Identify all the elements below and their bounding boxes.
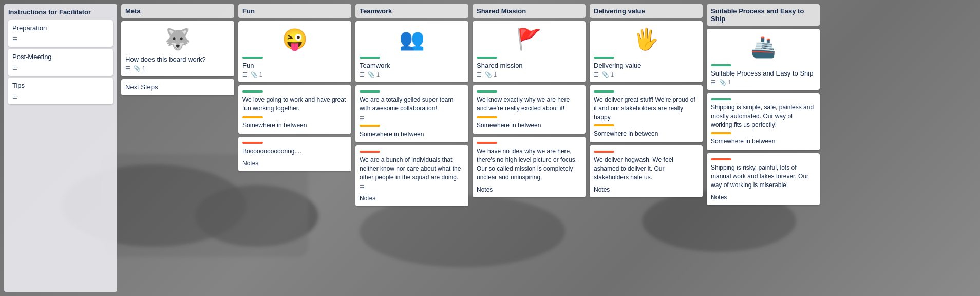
lines-icon: ☰	[12, 36, 109, 43]
card-teamwork-great[interactable]: We are a totally gelled super-team with …	[355, 85, 468, 142]
green-bar-fun2	[242, 90, 263, 92]
dv-title: Delivering value	[594, 62, 699, 69]
card-dv-great[interactable]: We deliver great stuff! We're proud of i…	[590, 85, 703, 142]
sidebar-item-post-meeting[interactable]: Post-Meeting ☰	[8, 49, 113, 76]
card-fun-great[interactable]: We love going to work and have great fun…	[238, 85, 351, 134]
green-bar-fun	[242, 57, 263, 59]
fun-label: Somewhere in between	[242, 121, 347, 130]
column-fun: Fun 😜 Fun ☰ 📎 1 We love going to work an…	[238, 4, 351, 292]
sp-emoji: 🚢	[711, 33, 816, 61]
fun-emoji: 😜	[242, 25, 347, 53]
tw-icon: ☰	[360, 115, 464, 122]
dog-emoji: 🐺	[125, 25, 230, 53]
fun-card-meta: ☰ 📎 1	[242, 71, 347, 78]
menu-icon-tw: ☰	[360, 71, 365, 78]
card-teamwork-top[interactable]: 👥 Teamwork ☰ 📎 1	[355, 21, 468, 82]
sidebar-item-preparation[interactable]: Preparation ☰	[8, 20, 113, 47]
red-bar-tw	[360, 151, 380, 153]
menu-icon: ☰	[125, 65, 130, 72]
sm-meta: ☰ 📎 1	[477, 71, 581, 78]
card-dv-top[interactable]: 🖐️ Delivering value ☰ 📎 1	[590, 21, 703, 82]
menu-icon-fun: ☰	[242, 71, 248, 78]
tw-icon2: ☰	[360, 184, 464, 191]
sp-title: Suitable Process and Easy to Ship	[711, 69, 816, 77]
menu-icon-tw3: ☰	[360, 184, 365, 191]
card-sp-top[interactable]: 🚢 Suitable Process and Easy to Ship ☰ 📎 …	[707, 29, 820, 90]
column-header-sm: Shared Mission	[473, 4, 586, 18]
attachment-icon: 📎 1	[134, 65, 145, 72]
green-bar-sm	[477, 57, 497, 59]
menu-icon-sm: ☰	[477, 71, 482, 78]
next-steps-title: Next Steps	[125, 83, 230, 91]
card-teamwork-bad[interactable]: We are a bunch of individuals that neith…	[355, 145, 468, 206]
column-header-fun: Fun	[238, 4, 351, 18]
yellow-bar-sp	[711, 132, 731, 134]
yellow-bar-dv	[594, 124, 614, 126]
sp-bad-text: Shipping is risky, painful, lots of manu…	[711, 163, 816, 189]
tw-great-text: We are a totally gelled super-team with …	[360, 96, 464, 113]
column-header-dv: Delivering value	[590, 4, 703, 18]
card-sm-bad[interactable]: We have no idea why we are here, there's…	[473, 137, 586, 197]
card-meta-how[interactable]: 🐺 How does this board work? ☰ 📎 1	[121, 21, 234, 76]
red-bar-sp	[711, 158, 731, 160]
column-meta: Meta 🐺 How does this board work? ☰ 📎 1 N…	[121, 4, 234, 292]
dv-label: Somewhere in between	[594, 130, 699, 138]
teamwork-meta: ☰ 📎 1	[360, 71, 464, 78]
attach-icon-fun: 📎 1	[251, 71, 262, 78]
column-header-sp: Suitable Process and Easy to Ship	[707, 4, 820, 26]
column-dv: Delivering value 🖐️ Delivering value ☰ 📎…	[590, 4, 703, 292]
sidebar-instructions: Instructions for Facilitator Preparation…	[4, 4, 117, 292]
dv-emoji: 🖐️	[594, 25, 699, 53]
green-bar-dv2	[594, 90, 614, 92]
card-dv-bad[interactable]: We deliver hogwash. We feel ashamed to d…	[590, 145, 703, 197]
dv-bad-text: We deliver hogwash. We feel ashamed to d…	[594, 156, 699, 181]
sp-label: Somewhere in between	[711, 137, 816, 146]
fun-notes: Notes	[242, 160, 347, 167]
sm-emoji: 🚩	[477, 25, 581, 53]
card-next-steps[interactable]: Next Steps	[121, 79, 234, 95]
attach-icon-sp: 📎 1	[719, 79, 731, 86]
sm-great-text: We know exactly why we are here and we'r…	[477, 96, 581, 113]
menu-icon-dv: ☰	[594, 71, 599, 78]
dv-great-text: We deliver great stuff! We're proud of i…	[594, 96, 699, 121]
sm-label: Somewhere in between	[477, 121, 581, 130]
yellow-bar-sm	[477, 116, 497, 118]
sp-meta: ☰ 📎 1	[711, 79, 816, 86]
red-bar-dv	[594, 151, 614, 153]
card-fun-top[interactable]: 😜 Fun ☰ 📎 1	[238, 21, 351, 82]
fun-great-text: We love going to work and have great fun…	[242, 96, 347, 113]
tw-label: Somewhere in between	[360, 130, 464, 139]
attach-icon-dv: 📎 1	[602, 71, 614, 78]
menu-icon-sp: ☰	[711, 79, 716, 86]
sidebar-item-tips[interactable]: Tips ☰	[8, 78, 113, 104]
green-bar-teamwork	[360, 57, 380, 59]
card-sm-top[interactable]: 🚩 Shared mission ☰ 📎 1	[473, 21, 586, 82]
sp-great-text: Shipping is simple, safe, painless and m…	[711, 103, 816, 129]
sp-notes: Notes	[711, 194, 816, 201]
yellow-bar-fun	[242, 116, 263, 118]
red-bar-fun	[242, 142, 263, 144]
green-bar-sp	[711, 64, 731, 66]
dv-meta: ☰ 📎 1	[594, 71, 699, 78]
column-shared-mission: Shared Mission 🚩 Shared mission ☰ 📎 1 We…	[473, 4, 586, 292]
sm-title: Shared mission	[477, 62, 581, 69]
card-sm-great[interactable]: We know exactly why we are here and we'r…	[473, 85, 586, 134]
sidebar-header: Instructions for Facilitator	[8, 8, 113, 16]
attach-icon-sm: 📎 1	[485, 71, 497, 78]
yellow-bar-tw	[360, 125, 380, 127]
teamwork-emoji: 👥	[360, 25, 464, 53]
sm-bad-text: We have no idea why we are here, there's…	[477, 147, 581, 181]
tw-notes: Notes	[360, 195, 464, 202]
attach-icon-tw: 📎 1	[368, 71, 380, 78]
column-header-teamwork: Teamwork	[355, 4, 468, 18]
green-bar-tw2	[360, 90, 380, 92]
card-sp-bad[interactable]: Shipping is risky, painful, lots of manu…	[707, 153, 820, 205]
card-sp-great[interactable]: Shipping is simple, safe, painless and m…	[707, 93, 820, 150]
board: Instructions for Facilitator Preparation…	[0, 0, 980, 296]
dv-notes: Notes	[594, 186, 699, 193]
green-bar-sm2	[477, 90, 497, 92]
lines-icon-2: ☰	[12, 65, 109, 71]
menu-icon-tw2: ☰	[360, 115, 365, 122]
card-fun-boring[interactable]: Boooooooooooring.... Notes	[238, 137, 351, 171]
sm-notes: Notes	[477, 186, 581, 193]
